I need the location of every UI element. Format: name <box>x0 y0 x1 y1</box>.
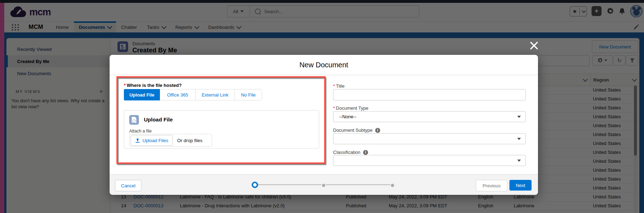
document-type-label: *Document Type <box>333 105 368 111</box>
document-subtype-select[interactable] <box>333 133 526 144</box>
next-button[interactable]: Next <box>509 180 532 191</box>
progress-step-1-active <box>252 182 258 188</box>
progress-step-3 <box>390 183 395 188</box>
document-subtype-label: Document Subtype i <box>333 128 380 133</box>
previous-button[interactable]: Previous <box>476 180 507 191</box>
annotation-highlight-box <box>116 76 326 164</box>
modal-footer: Cancel Previous Next <box>110 174 538 195</box>
chevron-down-icon <box>517 116 521 118</box>
close-icon[interactable] <box>530 41 538 50</box>
chevron-down-icon <box>517 160 521 162</box>
modal-header: New Document <box>110 55 538 75</box>
classification-select[interactable] <box>333 155 526 166</box>
info-icon[interactable]: i <box>375 128 380 133</box>
title-field-label: *Title <box>333 83 344 89</box>
progress-step-2 <box>321 183 326 188</box>
document-type-select[interactable]: --None-- <box>333 111 526 122</box>
info-icon[interactable]: i <box>363 150 368 155</box>
cancel-button[interactable]: Cancel <box>115 180 141 191</box>
modal-title: New Document <box>300 61 348 69</box>
chevron-down-icon <box>517 138 521 140</box>
title-input[interactable] <box>333 89 526 100</box>
classification-label: Classification i <box>333 150 368 155</box>
